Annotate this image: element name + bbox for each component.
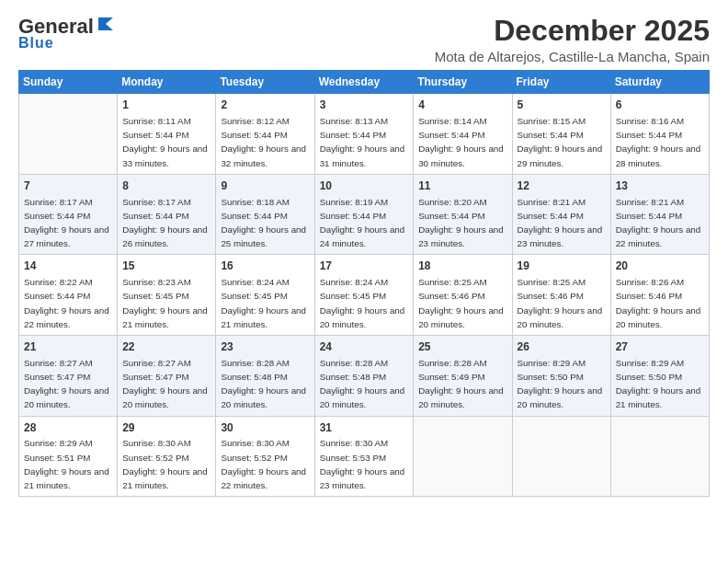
calendar-cell [414,416,512,497]
day-info: Sunrise: 8:25 AMSunset: 5:46 PMDaylight:… [518,277,603,329]
day-info: Sunrise: 8:21 AMSunset: 5:44 PMDaylight:… [518,197,603,249]
day-info: Sunrise: 8:26 AMSunset: 5:46 PMDaylight:… [616,277,701,329]
calendar-cell: 13Sunrise: 8:21 AMSunset: 5:44 PMDayligh… [610,174,709,255]
day-info: Sunrise: 8:30 AMSunset: 5:52 PMDaylight:… [122,438,208,490]
logo: General Blue [18,15,117,52]
calendar-cell: 5Sunrise: 8:15 AMSunset: 5:44 PMDaylight… [512,94,610,175]
calendar-cell: 2Sunrise: 8:12 AMSunset: 5:44 PMDaylight… [216,94,314,175]
day-info: Sunrise: 8:29 AMSunset: 5:50 PMDaylight:… [518,358,603,410]
day-number: 10 [320,178,409,194]
day-number: 14 [24,259,112,274]
day-number: 27 [616,339,704,355]
calendar-week-row: 28Sunrise: 8:29 AMSunset: 5:51 PMDayligh… [19,416,710,497]
day-number: 25 [418,339,506,355]
calendar-cell: 17Sunrise: 8:24 AMSunset: 5:45 PMDayligh… [314,255,414,336]
day-number: 7 [24,178,112,194]
calendar-cell: 30Sunrise: 8:30 AMSunset: 5:52 PMDayligh… [216,416,314,497]
calendar-cell: 20Sunrise: 8:26 AMSunset: 5:46 PMDayligh… [610,255,709,336]
calendar-cell: 14Sunrise: 8:22 AMSunset: 5:44 PMDayligh… [19,255,118,336]
calendar-cell [19,94,118,175]
day-info: Sunrise: 8:27 AMSunset: 5:47 PMDaylight:… [122,358,208,410]
col-monday: Monday [118,71,216,94]
day-info: Sunrise: 8:18 AMSunset: 5:44 PMDaylight:… [221,197,306,249]
day-number: 5 [518,98,606,113]
day-number: 4 [418,98,506,113]
calendar-cell: 31Sunrise: 8:30 AMSunset: 5:53 PMDayligh… [314,416,414,497]
day-number: 18 [418,259,506,274]
calendar-cell [512,416,610,497]
calendar: Sunday Monday Tuesday Wednesday Thursday… [18,70,710,497]
day-info: Sunrise: 8:12 AMSunset: 5:44 PMDaylight:… [221,116,306,168]
day-number: 21 [24,339,112,355]
day-number: 26 [518,339,606,355]
title-section: December 2025 Mota de Altarejos, Castill… [435,15,710,64]
day-info: Sunrise: 8:17 AMSunset: 5:44 PMDaylight:… [24,197,109,249]
day-number: 12 [518,178,606,194]
day-info: Sunrise: 8:28 AMSunset: 5:48 PMDaylight:… [221,358,306,410]
calendar-cell: 1Sunrise: 8:11 AMSunset: 5:44 PMDaylight… [118,94,216,175]
day-number: 17 [320,259,409,274]
col-tuesday: Tuesday [216,71,314,94]
header: General Blue December 2025 Mota de Altar… [18,15,710,64]
day-number: 28 [24,420,112,436]
month-title: December 2025 [435,15,710,47]
day-info: Sunrise: 8:16 AMSunset: 5:44 PMDaylight:… [616,116,701,168]
col-thursday: Thursday [414,71,512,94]
day-info: Sunrise: 8:28 AMSunset: 5:48 PMDaylight:… [320,358,405,410]
day-number: 19 [518,259,606,274]
calendar-cell: 12Sunrise: 8:21 AMSunset: 5:44 PMDayligh… [512,174,610,255]
day-info: Sunrise: 8:29 AMSunset: 5:50 PMDaylight:… [616,358,701,410]
day-info: Sunrise: 8:20 AMSunset: 5:44 PMDaylight:… [418,197,504,249]
calendar-cell: 11Sunrise: 8:20 AMSunset: 5:44 PMDayligh… [414,174,512,255]
calendar-cell: 29Sunrise: 8:30 AMSunset: 5:52 PMDayligh… [118,416,216,497]
day-info: Sunrise: 8:29 AMSunset: 5:51 PMDaylight:… [24,438,109,490]
calendar-cell: 18Sunrise: 8:25 AMSunset: 5:46 PMDayligh… [414,255,512,336]
day-number: 29 [122,420,210,436]
calendar-cell: 9Sunrise: 8:18 AMSunset: 5:44 PMDaylight… [216,174,314,255]
calendar-cell [610,416,709,497]
day-number: 15 [122,259,210,274]
day-info: Sunrise: 8:15 AMSunset: 5:44 PMDaylight:… [518,116,603,168]
calendar-week-row: 7Sunrise: 8:17 AMSunset: 5:44 PMDaylight… [19,174,710,255]
day-info: Sunrise: 8:24 AMSunset: 5:45 PMDaylight:… [320,277,405,329]
logo-flag-icon [97,14,117,34]
calendar-cell: 26Sunrise: 8:29 AMSunset: 5:50 PMDayligh… [512,336,610,417]
location: Mota de Altarejos, Castille-La Mancha, S… [435,49,710,64]
day-number: 8 [122,178,210,194]
day-number: 16 [221,259,309,274]
calendar-cell: 27Sunrise: 8:29 AMSunset: 5:50 PMDayligh… [610,336,709,417]
day-info: Sunrise: 8:14 AMSunset: 5:44 PMDaylight:… [418,116,504,168]
calendar-cell: 24Sunrise: 8:28 AMSunset: 5:48 PMDayligh… [314,336,414,417]
calendar-cell: 6Sunrise: 8:16 AMSunset: 5:44 PMDaylight… [610,94,709,175]
calendar-cell: 21Sunrise: 8:27 AMSunset: 5:47 PMDayligh… [19,336,118,417]
calendar-cell: 25Sunrise: 8:28 AMSunset: 5:49 PMDayligh… [414,336,512,417]
day-info: Sunrise: 8:22 AMSunset: 5:44 PMDaylight:… [24,277,109,329]
col-saturday: Saturday [610,71,709,94]
day-info: Sunrise: 8:21 AMSunset: 5:44 PMDaylight:… [616,197,701,249]
day-number: 9 [221,178,309,194]
day-number: 31 [320,420,409,436]
day-info: Sunrise: 8:25 AMSunset: 5:46 PMDaylight:… [418,277,504,329]
calendar-week-row: 21Sunrise: 8:27 AMSunset: 5:47 PMDayligh… [19,336,710,417]
col-friday: Friday [512,71,610,94]
calendar-cell: 19Sunrise: 8:25 AMSunset: 5:46 PMDayligh… [512,255,610,336]
svg-marker-0 [98,17,113,30]
day-info: Sunrise: 8:28 AMSunset: 5:49 PMDaylight:… [418,358,504,410]
day-number: 2 [221,98,309,113]
logo-blue-text: Blue [18,35,54,51]
day-number: 6 [616,98,704,113]
day-number: 30 [221,420,309,436]
col-wednesday: Wednesday [314,71,414,94]
day-info: Sunrise: 8:17 AMSunset: 5:44 PMDaylight:… [122,197,208,249]
day-number: 24 [320,339,409,355]
calendar-cell: 8Sunrise: 8:17 AMSunset: 5:44 PMDaylight… [118,174,216,255]
calendar-cell: 22Sunrise: 8:27 AMSunset: 5:47 PMDayligh… [118,336,216,417]
calendar-cell: 10Sunrise: 8:19 AMSunset: 5:44 PMDayligh… [314,174,414,255]
day-number: 22 [122,339,210,355]
day-number: 13 [616,178,704,194]
calendar-week-row: 1Sunrise: 8:11 AMSunset: 5:44 PMDaylight… [19,94,710,175]
calendar-cell: 4Sunrise: 8:14 AMSunset: 5:44 PMDaylight… [414,94,512,175]
day-info: Sunrise: 8:30 AMSunset: 5:53 PMDaylight:… [320,438,405,490]
calendar-week-row: 14Sunrise: 8:22 AMSunset: 5:44 PMDayligh… [19,255,710,336]
calendar-cell: 23Sunrise: 8:28 AMSunset: 5:48 PMDayligh… [216,336,314,417]
